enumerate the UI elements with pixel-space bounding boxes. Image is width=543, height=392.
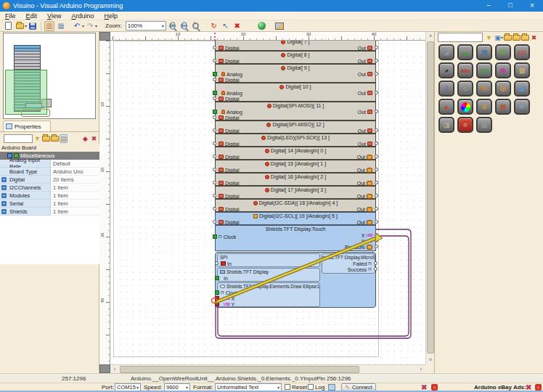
pin-block[interactable]: Digital[ 10 ]AnalogDigitalOut (215, 83, 376, 102)
design-minimap[interactable] (3, 33, 96, 119)
pin-digital[interactable]: Digital (216, 45, 375, 51)
pin-digital[interactable]: Digital (216, 96, 375, 102)
tools-icon[interactable]: ◢ (438, 44, 454, 60)
new-file-icon[interactable] (3, 21, 13, 31)
pin-y[interactable]: YU32 (362, 238, 375, 244)
ads-stop-icon[interactable]: ○ (535, 384, 542, 391)
mouse-icon[interactable]: ◕ (438, 62, 454, 78)
block-tft-touch[interactable]: Shields.TFT Display.Touch ⊓Clock XU32YU3… (215, 225, 376, 251)
pin-pressure[interactable]: Pressure~ (345, 244, 375, 250)
block-tft-display-group[interactable]: SPI In Shields.TFT Display.MicroSD Faile… (215, 252, 376, 308)
horizontal-scroll-thumb[interactable] (120, 366, 359, 373)
reset-checkbox[interactable] (285, 384, 290, 390)
pin-analog[interactable]: Analog (216, 90, 375, 96)
property-row[interactable]: +Shields1 Item (0, 208, 99, 216)
pin-out[interactable]: Out~ (357, 193, 375, 199)
undo-icon[interactable]: ↶ (72, 21, 82, 31)
menu-item-view[interactable]: View (42, 12, 66, 20)
redo-icon[interactable]: ↷ (85, 21, 95, 31)
pin-block[interactable]: Digital[ 17 ]/AnalogIn[ 3 ]DigitalOut~ (215, 186, 376, 199)
memory-icon[interactable]: ▥ (514, 62, 530, 78)
keyboard-icon[interactable]: ▦ (476, 117, 492, 133)
format-select[interactable]: Unformatted Text▾ (215, 383, 282, 391)
tab-properties[interactable]: Properties (3, 121, 51, 131)
block-spi[interactable]: SPI In (217, 253, 320, 267)
pin-digital[interactable]: Digital (216, 58, 375, 64)
menu-item-edit[interactable]: Edit (21, 12, 43, 20)
save-icon[interactable] (28, 21, 38, 31)
property-row[interactable]: Analog Input Refe..Default (0, 160, 99, 168)
menu-item-help[interactable]: Help (99, 12, 123, 20)
log-checkbox[interactable] (308, 384, 314, 390)
pin-out[interactable]: Out~ (357, 154, 375, 160)
zoom-select[interactable]: 100%▾ (126, 21, 166, 30)
pin-icon[interactable]: ◆ (81, 134, 89, 143)
property-row[interactable]: +Serial1 Item (0, 200, 99, 208)
zoom-in-icon[interactable]: + (168, 21, 179, 31)
folder-new-icon[interactable] (504, 33, 512, 42)
filter-icon[interactable]: ▼ (33, 134, 41, 143)
pin-out[interactable]: Out~ (357, 167, 375, 173)
properties-filter-input[interactable] (4, 134, 33, 143)
color-icon[interactable] (457, 99, 473, 115)
pin-tft-in[interactable]: In (218, 275, 319, 281)
folder-open-icon[interactable] (42, 134, 50, 143)
pin-out[interactable]: Out (358, 45, 375, 51)
design-canvas[interactable]: Digital[ 7 ]DigitalOutDigital[ 8 ]Digita… (110, 41, 425, 364)
breadboard-icon[interactable]: ▦ (476, 44, 492, 60)
block-tft-display[interactable]: Shields.TFT Display In (217, 268, 320, 282)
buttons-icon[interactable]: ◎ (495, 81, 511, 97)
filter-icon[interactable]: ▼ (485, 33, 493, 42)
folder-open-icon[interactable] (513, 33, 520, 42)
property-row[interactable]: +Digital20 Items (0, 176, 99, 184)
folder-up-icon[interactable] (521, 33, 529, 42)
chip-icon[interactable]: ▦ (495, 99, 511, 115)
property-row[interactable]: +Modules1 Item (0, 192, 99, 200)
minimap-viewport[interactable] (5, 70, 47, 115)
horizontal-scrollbar[interactable]: ‹ › (110, 364, 425, 373)
property-row[interactable]: +I2CChannels1 Item (0, 184, 99, 192)
chart-icon[interactable]: ▲ (438, 99, 454, 115)
filter-category-icon[interactable]: ∫ (438, 81, 454, 97)
terminal-icon[interactable] (328, 384, 335, 391)
pin-analog[interactable]: Analog (216, 71, 375, 77)
pin-digital[interactable]: Digital (216, 180, 375, 186)
pin-digital[interactable]: Digital (216, 193, 375, 199)
vertical-scroll-thumb[interactable] (427, 41, 434, 354)
speed-select[interactable]: 9600▾ (164, 383, 190, 391)
text-icon[interactable]: Abc (457, 62, 473, 78)
converter-icon[interactable]: ↻ (476, 81, 492, 97)
pin-out[interactable]: Out~ (357, 219, 375, 225)
pin-out[interactable]: Out (358, 58, 375, 64)
pin-out[interactable]: Out~ (357, 180, 375, 186)
pin-digital[interactable]: Digital (216, 77, 375, 83)
pin-out[interactable]: Out (358, 71, 375, 77)
pin-block[interactable]: Digital(SPI-MOSI)[ 11 ]AnalogDigitalOut (215, 102, 376, 121)
delete-icon[interactable]: ✖ (232, 21, 242, 31)
pin-clock[interactable]: ⊓Clock (218, 290, 319, 295)
pointer-icon[interactable]: ↖ (221, 21, 231, 31)
pin-block[interactable]: Digital[ 16 ]/AnalogIn[ 2 ]DigitalOut~ (215, 173, 376, 186)
zoom-100-icon[interactable] (192, 21, 202, 31)
power-icon[interactable]: ○ (457, 117, 473, 133)
expand-icon[interactable]: + (1, 193, 7, 198)
pin-block[interactable]: Digital(I2C-SCL)[ 19 ]/AnalogIn[ 5 ]Digi… (215, 212, 376, 225)
expand-icon[interactable]: + (1, 177, 7, 182)
pin-block[interactable]: Digital[ 15 ]/AnalogIn[ 1 ]DigitalOut~ (215, 160, 376, 173)
pin-out[interactable]: Out (358, 90, 375, 96)
menu-item-file[interactable]: File (0, 12, 21, 20)
expand-icon[interactable]: + (1, 185, 7, 190)
pin-out[interactable]: Out (358, 141, 375, 147)
pin-block[interactable]: Digital(SPI-MISO)[ 12 ]DigitalOut (215, 121, 376, 134)
stop-icon[interactable]: ○ (431, 384, 438, 391)
time-icon[interactable]: ⊙ (476, 99, 492, 115)
circuit-icon[interactable]: ▬ (457, 44, 473, 60)
pin-failed[interactable]: Failed⊓ (353, 261, 375, 266)
close-button[interactable]: × (521, 0, 543, 12)
port-select[interactable]: COM15▾ (115, 383, 141, 391)
view-grid-icon[interactable]: ▦ (56, 21, 66, 31)
automation-icon[interactable]: ⌂ (457, 81, 473, 97)
pin-analog[interactable]: Analog (216, 109, 375, 115)
snapshot-icon[interactable] (274, 21, 285, 31)
view-toggle-icon[interactable]: ▤ (60, 134, 68, 143)
